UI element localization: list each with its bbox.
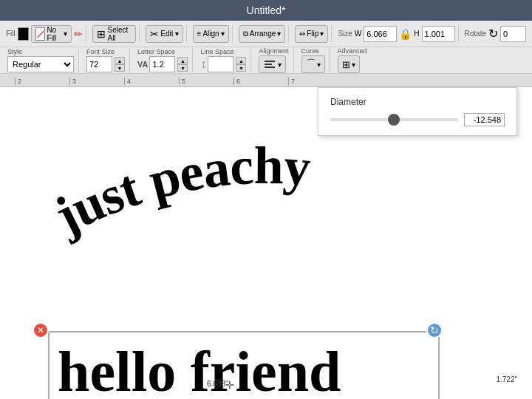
line-space-input[interactable] [208,56,233,72]
arrange-icon: ⧉ [243,30,248,38]
fill-none-dropdown[interactable]: No Fill ▾ [31,25,72,43]
flip-button[interactable]: ⇔ Flip ▾ [295,25,328,43]
advanced-dropdown-arrow: ▾ [352,61,355,69]
line-space-spinner[interactable]: ▲ ▼ [236,57,246,72]
letter-space-down[interactable]: ▼ [177,64,188,72]
flip-label: Flip [307,30,318,38]
hello-friend-text[interactable]: hello friend [50,338,438,399]
no-fill-icon [35,27,46,41]
style-select[interactable]: Regular [7,56,74,72]
line-space-icon: ↕ [200,58,206,71]
font-size-spinner[interactable]: ▲ ▼ [115,57,125,72]
rotate-input[interactable] [500,26,526,42]
toolbar-2: Style Regular Font Size ▲ ▼ Letter Space… [0,47,532,74]
curve-value-input[interactable] [464,113,505,126]
size-w-input[interactable] [364,26,397,42]
ruler-mark-4: 4 [124,78,179,85]
fill-color-swatch[interactable] [18,27,29,41]
flip-dropdown-arrow: ▾ [320,30,324,38]
align-dropdown-arrow: ▾ [221,30,225,38]
edit-icon: ✂ [150,28,159,40]
edit-group: ✂ Edit ▾ [143,25,186,43]
document-title: Untitled* [247,4,286,16]
select-all-icon: ⊞ [97,28,106,40]
alignment-button[interactable]: ▾ [259,55,286,73]
curve-diameter-label: Diameter [330,97,505,107]
size-h-label: H [414,30,419,38]
toolbar-1: Fill No Fill ▾ ✏ ⊞ Select All ✂ Edit ▾ ≡… [0,21,532,47]
font-size-up[interactable]: ▲ [115,57,125,64]
pencil-icon[interactable]: ✏ [74,28,83,40]
font-size-input[interactable] [86,56,112,72]
flip-group: ⇔ Flip ▾ [292,25,332,43]
size-group: Size W 🔒 H [335,26,458,42]
fill-dropdown-arrow: ▾ [64,30,67,38]
align-label: Align [202,30,219,38]
fill-label: Fill [6,30,16,38]
align-left-icon [263,59,276,69]
rotate-handle[interactable]: ↻ [426,322,443,338]
size-label: Size [338,30,352,38]
ruler-mark-5: 5 [179,78,233,85]
canvas-area[interactable]: just peachy hello friend ✛ ✕ ↻ 🔒 ⤡ 1.722… [0,87,532,399]
curve-button[interactable]: ⌒ ▾ [301,55,325,73]
rotate-label: Rotate [465,30,486,38]
curve-group: Curve ⌒ ▾ [297,47,330,73]
ruler: 2 3 4 5 6 7 [0,74,532,87]
size-w-label: W [355,30,361,38]
curve-popover: Diameter [318,87,517,136]
arrange-group: ⧉ Arrange ▾ [236,25,290,43]
select-all-group: ⊞ Select All [89,25,140,43]
rotate-group: Rotate ↻ [462,26,529,42]
edit-label: Edit [160,30,173,38]
font-size-down[interactable]: ▼ [115,64,125,72]
curve-slider-thumb[interactable] [388,114,400,126]
font-size-group: Font Size ▲ ▼ [82,48,130,72]
alignment-label: Alignment [259,47,288,55]
width-dimension: 6.688" [207,380,228,388]
ruler-mark-7: 7 [288,78,343,85]
align-button[interactable]: ≡ Align ▾ [193,25,229,43]
advanced-label: Advanced [338,47,367,55]
edit-dropdown-arrow: ▾ [175,30,179,38]
advanced-button[interactable]: ⊞ ▾ [338,55,360,73]
advanced-icon: ⊞ [342,59,350,70]
letter-space-spinner[interactable]: ▲ ▼ [177,57,188,72]
curve-slider-row [330,113,505,126]
ruler-mark-2: 2 [15,78,69,85]
delete-handle[interactable]: ✕ [33,322,49,338]
alignment-dropdown-arrow: ▾ [278,61,282,69]
delete-icon: ✕ [37,325,44,335]
style-group: Style Regular [3,48,79,72]
arrange-button[interactable]: ⧉ Arrange ▾ [239,25,286,43]
line-space-up[interactable]: ▲ [236,57,246,64]
letter-space-prefix: VA [137,60,148,69]
size-h-input[interactable] [422,26,455,42]
style-label: Style [7,48,22,55]
height-dimension: 1.722" [496,375,517,383]
lock-size-icon[interactable]: 🔒 [399,28,412,40]
curve-icon: ⌒ [306,58,316,71]
ruler-mark-3: 3 [69,78,124,85]
rotate-icon: ↻ [488,27,498,41]
line-space-group: Line Space ↕ ▲ ▼ [196,48,251,72]
alignment-group: Alignment ▾ [254,47,293,73]
curve-slider-track[interactable] [330,118,458,121]
line-space-down[interactable]: ▼ [236,64,246,72]
select-all-button[interactable]: ⊞ Select All [92,25,136,43]
letter-space-up[interactable]: ▲ [177,57,188,64]
letter-space-label: Letter Space [137,48,175,55]
fill-group: Fill No Fill ▾ ✏ [3,25,86,43]
advanced-group: Advanced ⊞ ▾ [333,47,372,73]
letter-space-group: Letter Space VA ▲ ▼ [133,48,193,72]
rotate-handle-icon: ↻ [430,324,439,336]
curve-dropdown-arrow: ▾ [317,61,321,69]
fill-none-label: No Fill [47,26,62,42]
align-icon: ≡ [197,30,202,38]
title-bar: Untitled* [0,0,532,21]
line-space-label: Line Space [200,48,233,55]
align-group: ≡ Align ▾ [190,25,233,43]
letter-space-input[interactable] [149,56,175,72]
font-size-label: Font Size [86,48,115,55]
edit-button[interactable]: ✂ Edit ▾ [146,25,183,43]
